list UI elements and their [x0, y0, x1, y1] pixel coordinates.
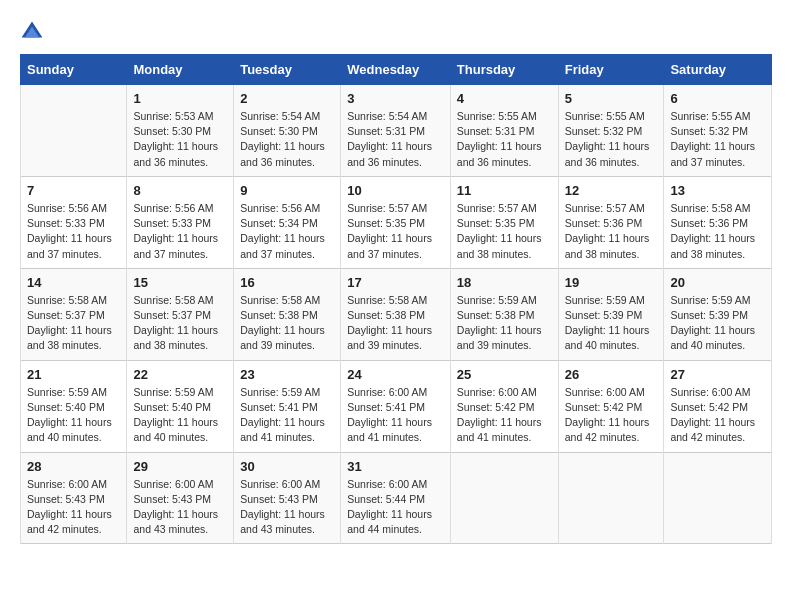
calendar-cell: 5Sunrise: 5:55 AM Sunset: 5:32 PM Daylig…: [558, 85, 664, 177]
calendar-cell: 9Sunrise: 5:56 AM Sunset: 5:34 PM Daylig…: [234, 176, 341, 268]
day-info: Sunrise: 5:57 AM Sunset: 5:35 PM Dayligh…: [347, 201, 444, 262]
day-info: Sunrise: 6:00 AM Sunset: 5:42 PM Dayligh…: [670, 385, 765, 446]
day-info: Sunrise: 5:54 AM Sunset: 5:31 PM Dayligh…: [347, 109, 444, 170]
day-number: 6: [670, 91, 765, 106]
day-number: 30: [240, 459, 334, 474]
day-number: 15: [133, 275, 227, 290]
calendar-cell: 12Sunrise: 5:57 AM Sunset: 5:36 PM Dayli…: [558, 176, 664, 268]
day-number: 29: [133, 459, 227, 474]
calendar-cell: 20Sunrise: 5:59 AM Sunset: 5:39 PM Dayli…: [664, 268, 772, 360]
week-row-3: 14Sunrise: 5:58 AM Sunset: 5:37 PM Dayli…: [21, 268, 772, 360]
day-info: Sunrise: 5:58 AM Sunset: 5:36 PM Dayligh…: [670, 201, 765, 262]
calendar-cell: 21Sunrise: 5:59 AM Sunset: 5:40 PM Dayli…: [21, 360, 127, 452]
calendar-cell: 27Sunrise: 6:00 AM Sunset: 5:42 PM Dayli…: [664, 360, 772, 452]
day-number: 27: [670, 367, 765, 382]
calendar-cell: 2Sunrise: 5:54 AM Sunset: 5:30 PM Daylig…: [234, 85, 341, 177]
day-number: 7: [27, 183, 120, 198]
header-day-thursday: Thursday: [450, 55, 558, 85]
day-number: 26: [565, 367, 658, 382]
day-number: 19: [565, 275, 658, 290]
day-info: Sunrise: 5:55 AM Sunset: 5:32 PM Dayligh…: [565, 109, 658, 170]
calendar-cell: 11Sunrise: 5:57 AM Sunset: 5:35 PM Dayli…: [450, 176, 558, 268]
day-info: Sunrise: 5:59 AM Sunset: 5:41 PM Dayligh…: [240, 385, 334, 446]
page-header: [20, 20, 772, 44]
day-info: Sunrise: 5:59 AM Sunset: 5:40 PM Dayligh…: [133, 385, 227, 446]
week-row-5: 28Sunrise: 6:00 AM Sunset: 5:43 PM Dayli…: [21, 452, 772, 544]
day-info: Sunrise: 6:00 AM Sunset: 5:42 PM Dayligh…: [565, 385, 658, 446]
day-info: Sunrise: 5:59 AM Sunset: 5:39 PM Dayligh…: [565, 293, 658, 354]
day-info: Sunrise: 6:00 AM Sunset: 5:43 PM Dayligh…: [240, 477, 334, 538]
day-info: Sunrise: 5:56 AM Sunset: 5:34 PM Dayligh…: [240, 201, 334, 262]
calendar-cell: 6Sunrise: 5:55 AM Sunset: 5:32 PM Daylig…: [664, 85, 772, 177]
day-number: 24: [347, 367, 444, 382]
day-number: 17: [347, 275, 444, 290]
day-number: 14: [27, 275, 120, 290]
logo: [20, 20, 48, 44]
calendar-cell: 3Sunrise: 5:54 AM Sunset: 5:31 PM Daylig…: [341, 85, 451, 177]
day-info: Sunrise: 5:58 AM Sunset: 5:37 PM Dayligh…: [27, 293, 120, 354]
day-info: Sunrise: 5:55 AM Sunset: 5:31 PM Dayligh…: [457, 109, 552, 170]
calendar-cell: [664, 452, 772, 544]
header-row: SundayMondayTuesdayWednesdayThursdayFrid…: [21, 55, 772, 85]
calendar-table: SundayMondayTuesdayWednesdayThursdayFrid…: [20, 54, 772, 544]
day-info: Sunrise: 5:58 AM Sunset: 5:38 PM Dayligh…: [240, 293, 334, 354]
calendar-cell: 19Sunrise: 5:59 AM Sunset: 5:39 PM Dayli…: [558, 268, 664, 360]
header-day-friday: Friday: [558, 55, 664, 85]
calendar-cell: 16Sunrise: 5:58 AM Sunset: 5:38 PM Dayli…: [234, 268, 341, 360]
calendar-cell: [21, 85, 127, 177]
calendar-cell: 15Sunrise: 5:58 AM Sunset: 5:37 PM Dayli…: [127, 268, 234, 360]
calendar-cell: 14Sunrise: 5:58 AM Sunset: 5:37 PM Dayli…: [21, 268, 127, 360]
calendar-cell: 23Sunrise: 5:59 AM Sunset: 5:41 PM Dayli…: [234, 360, 341, 452]
calendar-cell: [558, 452, 664, 544]
day-number: 10: [347, 183, 444, 198]
day-info: Sunrise: 5:56 AM Sunset: 5:33 PM Dayligh…: [133, 201, 227, 262]
header-day-sunday: Sunday: [21, 55, 127, 85]
calendar-cell: 29Sunrise: 6:00 AM Sunset: 5:43 PM Dayli…: [127, 452, 234, 544]
calendar-cell: 26Sunrise: 6:00 AM Sunset: 5:42 PM Dayli…: [558, 360, 664, 452]
day-info: Sunrise: 5:59 AM Sunset: 5:40 PM Dayligh…: [27, 385, 120, 446]
week-row-1: 1Sunrise: 5:53 AM Sunset: 5:30 PM Daylig…: [21, 85, 772, 177]
header-day-saturday: Saturday: [664, 55, 772, 85]
week-row-2: 7Sunrise: 5:56 AM Sunset: 5:33 PM Daylig…: [21, 176, 772, 268]
day-info: Sunrise: 5:57 AM Sunset: 5:35 PM Dayligh…: [457, 201, 552, 262]
calendar-cell: 4Sunrise: 5:55 AM Sunset: 5:31 PM Daylig…: [450, 85, 558, 177]
calendar-cell: 10Sunrise: 5:57 AM Sunset: 5:35 PM Dayli…: [341, 176, 451, 268]
day-number: 3: [347, 91, 444, 106]
day-number: 31: [347, 459, 444, 474]
calendar-cell: 31Sunrise: 6:00 AM Sunset: 5:44 PM Dayli…: [341, 452, 451, 544]
calendar-cell: 7Sunrise: 5:56 AM Sunset: 5:33 PM Daylig…: [21, 176, 127, 268]
calendar-cell: [450, 452, 558, 544]
calendar-cell: 25Sunrise: 6:00 AM Sunset: 5:42 PM Dayli…: [450, 360, 558, 452]
logo-icon: [20, 20, 44, 44]
day-info: Sunrise: 5:53 AM Sunset: 5:30 PM Dayligh…: [133, 109, 227, 170]
day-info: Sunrise: 5:59 AM Sunset: 5:38 PM Dayligh…: [457, 293, 552, 354]
calendar-header: SundayMondayTuesdayWednesdayThursdayFrid…: [21, 55, 772, 85]
day-number: 18: [457, 275, 552, 290]
day-number: 9: [240, 183, 334, 198]
day-number: 2: [240, 91, 334, 106]
day-number: 12: [565, 183, 658, 198]
day-number: 5: [565, 91, 658, 106]
header-day-tuesday: Tuesday: [234, 55, 341, 85]
day-number: 13: [670, 183, 765, 198]
calendar-cell: 1Sunrise: 5:53 AM Sunset: 5:30 PM Daylig…: [127, 85, 234, 177]
calendar-cell: 30Sunrise: 6:00 AM Sunset: 5:43 PM Dayli…: [234, 452, 341, 544]
calendar-body: 1Sunrise: 5:53 AM Sunset: 5:30 PM Daylig…: [21, 85, 772, 544]
calendar-cell: 8Sunrise: 5:56 AM Sunset: 5:33 PM Daylig…: [127, 176, 234, 268]
day-info: Sunrise: 5:59 AM Sunset: 5:39 PM Dayligh…: [670, 293, 765, 354]
day-info: Sunrise: 6:00 AM Sunset: 5:44 PM Dayligh…: [347, 477, 444, 538]
day-info: Sunrise: 5:54 AM Sunset: 5:30 PM Dayligh…: [240, 109, 334, 170]
day-info: Sunrise: 6:00 AM Sunset: 5:41 PM Dayligh…: [347, 385, 444, 446]
calendar-cell: 24Sunrise: 6:00 AM Sunset: 5:41 PM Dayli…: [341, 360, 451, 452]
day-number: 1: [133, 91, 227, 106]
calendar-cell: 17Sunrise: 5:58 AM Sunset: 5:38 PM Dayli…: [341, 268, 451, 360]
day-number: 21: [27, 367, 120, 382]
calendar-cell: 28Sunrise: 6:00 AM Sunset: 5:43 PM Dayli…: [21, 452, 127, 544]
day-info: Sunrise: 5:55 AM Sunset: 5:32 PM Dayligh…: [670, 109, 765, 170]
calendar-cell: 22Sunrise: 5:59 AM Sunset: 5:40 PM Dayli…: [127, 360, 234, 452]
day-info: Sunrise: 6:00 AM Sunset: 5:43 PM Dayligh…: [133, 477, 227, 538]
calendar-cell: 18Sunrise: 5:59 AM Sunset: 5:38 PM Dayli…: [450, 268, 558, 360]
day-info: Sunrise: 6:00 AM Sunset: 5:43 PM Dayligh…: [27, 477, 120, 538]
day-info: Sunrise: 6:00 AM Sunset: 5:42 PM Dayligh…: [457, 385, 552, 446]
day-number: 25: [457, 367, 552, 382]
